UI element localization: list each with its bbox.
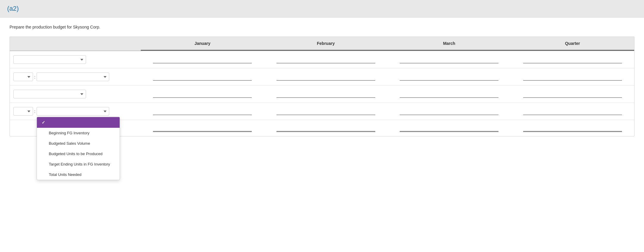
row-2-dropdown2[interactable]: Beginning FG Inventory Budgeted Sales Vo… [37,73,109,81]
row-5-qtr-input[interactable] [523,124,622,132]
header-cell-january: January [141,37,264,51]
header-cell-february: February [264,37,388,51]
row-1-mar-input[interactable] [400,56,498,63]
row-2-jan-cell [141,72,264,82]
row-1-jan-cell [141,54,264,65]
row-2-dropdown1[interactable]: Add Less [13,73,33,81]
row-5-feb-input[interactable] [276,124,375,132]
dropdown-popup-item-target-ending[interactable]: Target Ending Units in FG Inventory [37,159,120,169]
row-2-qtr-input[interactable] [523,73,622,81]
header-cell-quarter: Quarter [511,37,634,51]
dropdown-popup-item-beginning-fg[interactable]: Beginning FG Inventory [37,128,120,138]
table-row: Beginning FG Inventory Budgeted Sales Vo… [10,51,634,68]
row-4-dropdown2[interactable]: Beginning FG Inventory Budgeted Sales Vo… [37,107,109,116]
row-5-jan-cell [141,122,264,134]
row-4-dropdown2-wrapper: Beginning FG Inventory Budgeted Sales Vo… [37,107,109,116]
row-1-dropdown-wrapper: Beginning FG Inventory Budgeted Sales Vo… [13,55,86,64]
table-rows: Beginning FG Inventory Budgeted Sales Vo… [10,51,634,136]
row-4-feb-input[interactable] [276,108,375,115]
checkmark-icon: ✓ [42,120,46,125]
row-2-feb-cell [264,72,388,82]
row-1-dropdown[interactable]: Beginning FG Inventory Budgeted Sales Vo… [13,55,86,64]
page-wrapper: (a2) Prepare the production budget for S… [0,0,644,252]
row-3-mar-input[interactable] [400,91,498,98]
row-4-feb-cell [264,106,388,117]
row-3-dropdown[interactable]: Beginning FG Inventory Budgeted Sales Vo… [13,90,86,98]
header-cell-label [10,37,141,51]
dropdown-popup-item-label-5: Total Units Needed [49,172,82,177]
row-1-qtr-input[interactable] [523,56,622,63]
row-3-mar-cell [387,89,511,100]
dropdown-popup-item-label-3: Budgeted Units to be Produced [49,152,103,156]
row-4-qtr-input[interactable] [523,108,622,115]
dropdown-popup-item-total-units[interactable]: Total Units Needed [37,169,120,180]
table-row: Add Less : Beginning FG Inventory Budget… [10,68,634,86]
table-header: January February March Quarter [10,37,634,51]
row-3-feb-input[interactable] [276,91,375,98]
dropdown-popup-item-label-2: Budgeted Sales Volume [49,141,90,146]
instruction-text: Prepare the production budget for Skyson… [10,25,634,29]
row-4-mar-cell [387,106,511,117]
content-area: Prepare the production budget for Skyson… [0,18,644,144]
row-3-qtr-input[interactable] [523,91,622,98]
row-4-dropdown1[interactable]: Add Less [13,107,33,116]
row-2-label: Add Less : Beginning FG Inventory Budget… [10,71,141,83]
row-1-feb-cell [264,54,388,65]
row-4-jan-cell [141,106,264,117]
row-3-label: Beginning FG Inventory Budgeted Sales Vo… [10,88,141,100]
row-5-jan-input[interactable] [153,124,252,132]
row-1-qtr-cell [511,54,634,65]
row-2-qtr-cell [511,72,634,82]
row-2-feb-input[interactable] [276,73,375,81]
row-5-qtr-cell [511,122,634,134]
budget-table: January February March Quarter Beginning… [10,37,634,136]
row-2-mar-input[interactable] [400,73,498,81]
row-1-jan-input[interactable] [153,56,252,63]
dropdown-popup: ✓ Beginning FG Inventory Budgeted Sales [37,117,120,180]
row-1-feb-input[interactable] [276,56,375,63]
row-3-jan-cell [141,89,264,100]
header-bar: (a2) [0,0,644,18]
row-3-jan-input[interactable] [153,91,252,98]
row-5-mar-cell [387,122,511,134]
table-row: Add Less : Beginning FG Inventory Budget… [10,103,634,120]
row-5-feb-cell [264,122,388,134]
colon-2: : [34,109,35,114]
row-4-label: Add Less : Beginning FG Inventory Budget… [10,105,141,117]
table-row: Beginning FG Inventory Budgeted Sales Vo… [10,86,634,103]
row-4-qtr-cell [511,106,634,117]
row-3-qtr-cell [511,89,634,100]
dropdown-popup-item-label-4: Target Ending Units in FG Inventory [49,162,110,166]
row-4-jan-input[interactable] [153,108,252,115]
row-2-mar-cell [387,72,511,82]
colon-1: : [34,75,35,79]
row-2-jan-input[interactable] [153,73,252,81]
dropdown-popup-item-budgeted-sales[interactable]: Budgeted Sales Volume [37,138,120,149]
row-4-mar-input[interactable] [400,108,498,115]
header-cell-march: March [387,37,511,51]
row-5-mar-input[interactable] [400,124,498,132]
row-3-feb-cell [264,89,388,100]
page-title: (a2) [7,5,19,12]
dropdown-popup-item-budgeted-units[interactable]: Budgeted Units to be Produced [37,149,120,159]
row-1-label: Beginning FG Inventory Budgeted Sales Vo… [10,53,141,66]
dropdown-popup-item-label-1: Beginning FG Inventory [49,131,90,135]
dropdown-popup-item-empty[interactable]: ✓ [37,117,120,128]
row-1-mar-cell [387,54,511,65]
